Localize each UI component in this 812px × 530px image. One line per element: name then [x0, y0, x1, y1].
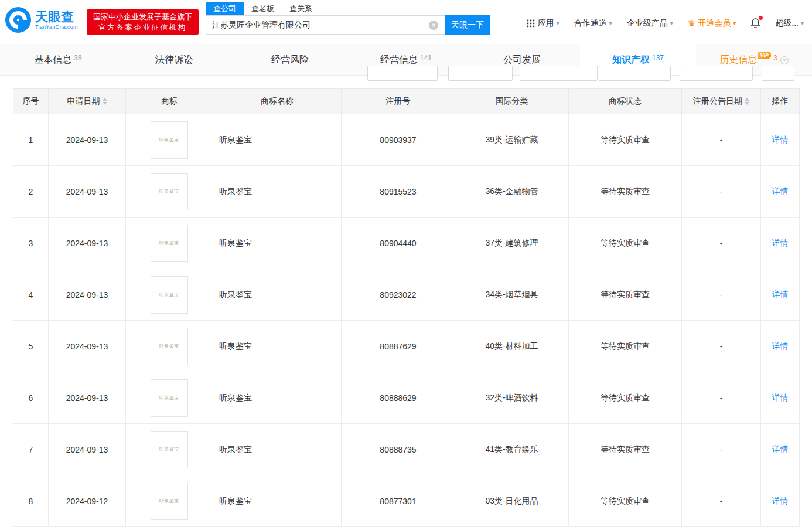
- action-cell: 详情: [761, 114, 800, 166]
- nav-cooperation[interactable]: 合作通道 ▾: [574, 18, 612, 29]
- trademark-image[interactable]: 听泉鉴宝: [151, 173, 188, 210]
- trademark-image[interactable]: 听泉鉴宝: [151, 431, 188, 468]
- action-cell: 详情: [761, 218, 800, 269]
- detail-link[interactable]: 详情: [772, 238, 789, 247]
- detail-link[interactable]: 详情: [772, 135, 789, 144]
- apply-date-cell: 2024-09-13: [49, 166, 126, 218]
- trademark-image-text: 听泉鉴宝: [159, 395, 179, 401]
- detail-link[interactable]: 详情: [772, 393, 789, 402]
- filter-dropdown[interactable]: [680, 66, 753, 81]
- col-intl-class: 国际分类: [455, 89, 569, 114]
- trademark-image[interactable]: 听泉鉴宝: [151, 121, 188, 159]
- apply-date-cell: 2024-09-13: [49, 424, 126, 475]
- nav-open-vip[interactable]: ♛ 开通会员 ▾: [688, 18, 736, 29]
- col-registration-no: 注册号: [342, 89, 455, 114]
- search-tab-relation[interactable]: 查关系: [282, 2, 320, 15]
- vip-badge: VIP: [758, 52, 771, 59]
- action-cell: 详情: [761, 166, 800, 218]
- tab-operation-risk[interactable]: 经营风险: [232, 44, 348, 75]
- top-nav: 应用 ▾ 合作通道 ▾ 企业级产品 ▾ ♛ 开通会员 ▾ 超级..: [512, 18, 804, 29]
- trademark-image-text: 听泉鉴宝: [159, 498, 179, 504]
- search-input[interactable]: [206, 15, 445, 35]
- action-cell: 详情: [761, 321, 800, 372]
- trademark-name-cell: 听泉鉴宝: [213, 475, 342, 527]
- apply-date-cell: 2024-09-13: [49, 321, 126, 372]
- table-row: 2 2024-09-13 听泉鉴宝 听泉鉴宝 80915523 36类-金融物管…: [13, 166, 800, 218]
- serial-cell: 5: [13, 321, 49, 372]
- trademark-image-text: 听泉鉴宝: [159, 137, 179, 143]
- trademark-image-cell: 听泉鉴宝: [126, 475, 213, 527]
- search-button[interactable]: 天眼一下: [445, 15, 490, 35]
- trademark-name-cell: 听泉鉴宝: [213, 269, 342, 321]
- tab-basic-info[interactable]: 基本信息38: [0, 44, 116, 75]
- table-row: 1 2024-09-13 听泉鉴宝 听泉鉴宝 80903937 39类-运输贮藏…: [13, 114, 800, 166]
- nav-super-vip[interactable]: 超级... ▾: [775, 18, 804, 29]
- trademark-image[interactable]: 听泉鉴宝: [151, 483, 188, 520]
- logo-text-en: TianYanCha.com: [35, 24, 78, 30]
- serial-cell: 1: [13, 114, 49, 166]
- registration-number-cell: 80915523: [342, 166, 455, 218]
- tab-count: 141: [420, 54, 432, 62]
- col-announce-date[interactable]: 注册公告日期: [682, 89, 761, 114]
- detail-link[interactable]: 详情: [772, 341, 789, 351]
- detail-link[interactable]: 详情: [772, 186, 789, 196]
- crown-icon: ♛: [688, 18, 695, 29]
- sort-icon[interactable]: [103, 98, 107, 105]
- intl-class-cell: 41类-教育娱乐: [455, 424, 569, 475]
- intl-class-cell: 32类-啤酒饮料: [455, 372, 569, 424]
- search-area: 查公司 查老板 查关系 ✕ 天眼一下: [206, 2, 490, 35]
- tab-legal-proceedings[interactable]: 法律诉讼: [116, 44, 232, 75]
- action-cell: 详情: [761, 475, 800, 527]
- search-tab-boss[interactable]: 查老板: [244, 2, 282, 15]
- nav-apps[interactable]: 应用 ▾: [527, 18, 559, 29]
- trademark-image[interactable]: 听泉鉴宝: [151, 225, 188, 262]
- gov-badge-line2: 官方备案企业征信机构: [87, 22, 199, 33]
- detail-link[interactable]: 详情: [772, 444, 789, 454]
- search-tabs: 查公司 查老板 查关系: [206, 2, 490, 15]
- tab-count: 38: [74, 54, 81, 62]
- trademark-image-text: 听泉鉴宝: [159, 343, 179, 349]
- announce-date-cell: -: [682, 372, 761, 424]
- registration-number-cell: 80887629: [342, 321, 455, 372]
- announce-date-cell: -: [682, 166, 761, 218]
- registration-number-cell: 80877301: [342, 475, 455, 527]
- apply-date-cell: 2024-09-13: [49, 114, 126, 166]
- clear-search-icon[interactable]: ✕: [429, 21, 438, 30]
- status-cell: 等待实质审查: [569, 114, 682, 166]
- logo-text-cn: 天眼查: [35, 10, 78, 24]
- trademark-image-text: 听泉鉴宝: [159, 291, 179, 298]
- filter-dropdown[interactable]: [448, 66, 513, 81]
- tianyancha-logo[interactable]: 天眼查 TianYanCha.com: [5, 6, 78, 33]
- apply-date-cell: 2024-09-13: [49, 372, 126, 424]
- gov-badge-line1: 国家中小企业发展子基金旗下: [87, 11, 199, 22]
- sort-icon[interactable]: [745, 98, 749, 105]
- chevron-down-icon: ▾: [670, 20, 673, 26]
- col-apply-date[interactable]: 申请日期: [49, 89, 126, 114]
- detail-link[interactable]: 详情: [772, 290, 789, 299]
- registration-number-cell: 80903937: [342, 114, 455, 166]
- nav-super-label: 超级...: [775, 18, 799, 29]
- registration-number-cell: 80888735: [342, 424, 455, 475]
- trademark-image[interactable]: 听泉鉴宝: [151, 276, 188, 314]
- filter-dropdown[interactable]: [762, 66, 794, 81]
- search-tab-company[interactable]: 查公司: [206, 2, 244, 15]
- detail-link[interactable]: 详情: [772, 496, 789, 505]
- trademark-image-text: 听泉鉴宝: [159, 240, 179, 246]
- trademark-image[interactable]: 听泉鉴宝: [151, 328, 188, 365]
- help-icon[interactable]: ?: [780, 56, 789, 64]
- filter-dropdown[interactable]: [367, 66, 438, 81]
- col-action: 操作: [761, 89, 800, 114]
- serial-cell: 8: [13, 475, 49, 527]
- intl-class-cell: 34类-烟草烟具: [455, 269, 569, 321]
- notification-red-dot: [759, 16, 763, 20]
- nav-enterprise-products[interactable]: 企业级产品 ▾: [627, 18, 673, 29]
- filter-dropdown[interactable]: [520, 66, 598, 81]
- trademark-image-cell: 听泉鉴宝: [126, 321, 213, 372]
- filter-dropdown[interactable]: [599, 66, 671, 81]
- trademark-name-cell: 听泉鉴宝: [213, 424, 342, 475]
- notification-bell-icon: [750, 18, 760, 29]
- announce-date-cell: -: [682, 114, 761, 166]
- intl-class-cell: 37类-建筑修理: [455, 218, 569, 269]
- trademark-image[interactable]: 听泉鉴宝: [151, 379, 188, 417]
- nav-notifications[interactable]: [750, 18, 760, 29]
